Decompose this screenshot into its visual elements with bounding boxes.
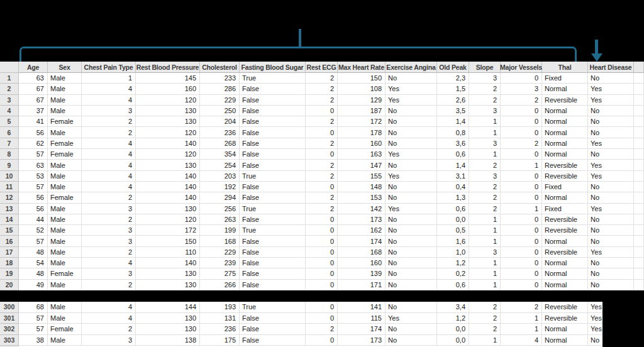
table-cell: 140 [136,192,200,203]
table-cell: 130 [136,116,200,127]
table-cell: 54 [19,258,48,268]
table-cell: 0 [306,149,338,160]
table-cell: 0 [501,106,542,116]
table-cell: Fixed [542,204,588,214]
table-row: 857Female4120354False0163Yes0,610NormalN… [0,149,644,160]
table-cell [634,258,644,268]
table-cell: 49 [19,280,48,290]
table-row: 1356Male3130256True2142Yes0,621FixedYes [0,204,644,214]
table-cell: 160 [338,258,386,268]
table-cell: 0,6 [437,149,469,160]
table-row: 1657Male3150168False0174No1,610NormalNo [0,236,644,246]
table-cell: 140 [136,171,200,182]
table-cell: 44 [19,214,48,225]
table-cell: 0 [501,280,542,290]
table-row: 30257Female2130236False2174No0,021Normal… [0,324,602,335]
table-cell: 162 [338,225,386,236]
table-cell: 2 [469,95,501,106]
table-cell: No [386,160,437,170]
table-cell: 4 [501,335,542,346]
corner-cell [0,62,19,73]
column-header: Cholesterol [200,62,240,73]
table-cell: 4 [82,138,136,149]
table-cell: No [588,236,634,246]
table-cell [634,171,644,182]
table-cell: 57 [19,182,48,192]
table-cell: 2 [306,171,338,182]
table-cell: 0 [306,225,338,236]
table-cell: 1,2 [437,313,469,324]
table-cell [634,106,644,116]
table-cell: No [588,225,634,236]
table-cell: 2 [306,73,338,84]
table-cell: False [240,280,306,290]
table-cell: Female [48,324,82,335]
table-cell: False [240,160,306,170]
table-cell [634,247,644,258]
table-cell: 2 [82,324,136,335]
table-row: 963Male4130254False2147No1,421Reversible… [0,160,644,170]
table-cell: False [240,149,306,160]
table-cell: 4 [82,95,136,106]
table-cell: No [386,280,437,290]
table-cell: 1,5 [437,84,469,94]
table-cell: False [240,214,306,225]
table-cell: Male [48,95,82,106]
table-cell: Reversible [542,313,588,324]
table-cell: 41 [19,116,48,127]
table-cell: 1 [501,204,542,214]
table-cell: False [240,247,306,258]
table-cell: False [240,268,306,279]
table-cell [634,84,644,94]
table-cell: 150 [136,236,200,246]
table-cell: Normal [542,324,588,335]
table-cell: Yes [588,160,634,170]
table-cell: No [386,138,437,149]
table-cell: 0 [306,280,338,290]
row-number: 302 [0,324,19,335]
table-cell: 0 [501,116,542,127]
table-cell: No [386,335,437,346]
table-cell: 63 [19,160,48,170]
table-cell: 0,0 [437,324,469,335]
table-cell: Yes [588,313,602,324]
table-cell: Normal [542,268,588,279]
row-number: 12 [0,192,19,203]
table-cell: False [240,192,306,203]
table-cell: 266 [200,280,240,290]
table-cell: 2 [82,280,136,290]
table-cell: Normal [542,127,588,138]
table-cell: 2 [501,302,542,313]
table-cell: 175 [200,335,240,346]
table-cell: 148 [338,182,386,192]
table-cell: Male [48,204,82,214]
table-cell: No [386,302,437,313]
table-cell: 0 [306,182,338,192]
table-cell: 48 [19,247,48,258]
table-cell: 1 [501,313,542,324]
table-cell: 2 [306,95,338,106]
table-cell: 2 [82,192,136,203]
table-cell: 250 [200,106,240,116]
table-cell: 256 [200,204,240,214]
table-cell: Male [48,127,82,138]
table-cell: Male [48,106,82,116]
column-header: Rest ECG [306,62,338,73]
table-cell: 130 [136,160,200,170]
row-number: 17 [0,247,19,258]
table-cell: Normal [542,106,588,116]
table-cell: 57 [19,236,48,246]
table-cell: Fixed [542,182,588,192]
table-cell: 0 [501,247,542,258]
table-cell: Reversible [542,247,588,258]
table-cell: 3,5 [437,106,469,116]
table-cell: 56 [19,127,48,138]
table-cell: 130 [136,106,200,116]
table-cell: 0,4 [437,182,469,192]
table-cell: 3 [82,225,136,236]
table-cell [634,204,644,214]
table-row: 1854Male4140239False0160No1,210NormalNo [0,258,644,268]
row-number: 5 [0,116,19,127]
table-cell: 0 [501,225,542,236]
table-cell: 120 [136,149,200,160]
